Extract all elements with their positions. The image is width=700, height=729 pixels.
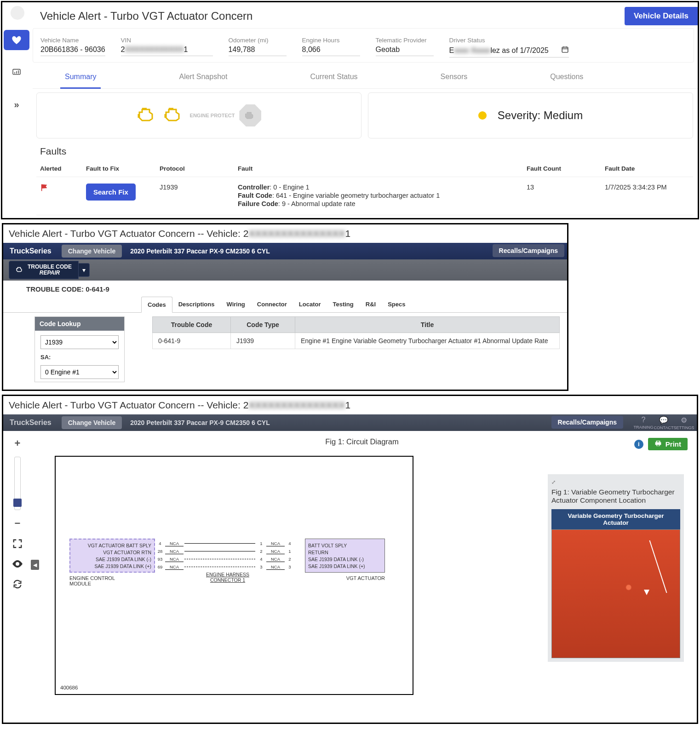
tab-bar: Summary Alert Snapshot Current Status Se… xyxy=(33,65,698,89)
col-code-type: Code Type xyxy=(231,317,295,333)
ts-icon-bar: ?TRAINING 💬CONTACT ⚙SETTINGS xyxy=(633,414,694,431)
col-title: Title xyxy=(295,317,560,333)
panel3-title: Vehicle Alert - Turbo VGT Actuator Conce… xyxy=(3,396,697,414)
label: Telematic Provider xyxy=(376,37,434,44)
cell-fault-detail: Controller: 0 - Engine 1 Fault Code: 641… xyxy=(234,177,523,215)
training-icon[interactable]: ?TRAINING xyxy=(633,414,654,431)
diag-tab-locator[interactable]: Locator xyxy=(293,297,327,312)
diag-tab-descriptions[interactable]: Descriptions xyxy=(172,297,221,312)
value: Exxxx Xxxxxlez as of 1/7/2025 xyxy=(449,46,569,57)
truckseries-brand: TruckSeries xyxy=(3,419,58,427)
svg-rect-2 xyxy=(16,71,17,74)
cell-type: J1939 xyxy=(231,333,295,349)
truckseries-brand: TruckSeries xyxy=(3,247,58,255)
vehicle-info-row: Vehicle Name 20B661836 - 96036 VIN 2XXXX… xyxy=(33,28,694,63)
reference-image xyxy=(551,529,680,658)
cell-code: 0-641-9 xyxy=(153,333,231,349)
collapse-panel-icon[interactable]: ◀ xyxy=(31,560,39,570)
fullscreen-icon[interactable] xyxy=(11,537,24,551)
severity-text: Severity: Medium xyxy=(498,109,583,122)
calendar-icon[interactable] xyxy=(561,46,569,55)
nav-health-icon[interactable] xyxy=(4,30,29,50)
trouble-code-repair-button[interactable]: TROUBLE CODEREPAIR xyxy=(9,261,79,279)
refresh-icon[interactable] xyxy=(11,577,24,591)
zoom-slider[interactable] xyxy=(14,457,21,510)
cell-date: 1/7/2025 3:34:23 PM xyxy=(601,177,693,215)
vehicle-description: 2020 Peterbilt 337 Paccar PX-9 CM2350 6 … xyxy=(126,247,270,255)
protocol-select[interactable]: J1939 xyxy=(40,335,119,349)
avatar-icon[interactable] xyxy=(11,6,24,20)
col-count: Fault Count xyxy=(523,161,601,177)
truckseries-diagram-panel: Vehicle Alert - Turbo VGT Actuator Conce… xyxy=(2,395,698,724)
diag-tab-connector[interactable]: Connector xyxy=(251,297,293,312)
field-vin: VIN 2XXXXXXXXXXXX1 xyxy=(121,37,213,57)
diag-tab-codes[interactable]: Codes xyxy=(141,297,172,313)
diag-tab-ri[interactable]: R&I xyxy=(360,297,382,312)
col-fix: Fault to Fix xyxy=(82,161,156,177)
truckseries-bar: TruckSeries Change Vehicle 2020 Peterbil… xyxy=(3,414,697,431)
ecm-box: VGT ACTUATOR BATT SPLY VGT ACTUATOR RTN … xyxy=(69,539,155,573)
zoom-in-icon[interactable]: + xyxy=(11,436,24,450)
contact-icon[interactable]: 💬CONTACT xyxy=(654,414,674,431)
field-vehicle-name: Vehicle Name 20B661836 - 96036 xyxy=(40,37,105,57)
label: VIN xyxy=(121,37,213,44)
circuit-diagram[interactable]: VGT ACTUATOR BATT SPLY VGT ACTUATOR RTN … xyxy=(55,456,413,695)
diag-tab-testing[interactable]: Testing xyxy=(327,297,359,312)
recalls-button[interactable]: Recalls/Campaigns xyxy=(493,244,564,257)
left-nav-rail: » xyxy=(3,3,30,115)
tab-current-status[interactable]: Current Status xyxy=(292,65,376,88)
expand-icon[interactable]: ⤢ xyxy=(551,479,556,485)
value: 20B661836 - 96036 xyxy=(40,46,105,56)
tab-sensors[interactable]: Sensors xyxy=(422,65,486,88)
nav-dashboard-icon[interactable] xyxy=(4,62,29,82)
diagram-area: ◀ Fig 1: Circuit Diagram i Print VGT ACT… xyxy=(32,431,697,723)
fault-row: Search Fix J1939 Controller: 0 - Engine … xyxy=(36,177,693,215)
engine-icons: ENGINE PROTECT xyxy=(137,104,262,126)
settings-icon[interactable]: ⚙SETTINGS xyxy=(674,414,694,431)
change-vehicle-button[interactable]: Change Vehicle xyxy=(62,245,122,258)
sa-select[interactable]: 0 Engine #1 xyxy=(40,365,119,379)
repair-dropdown-icon[interactable]: ▾ xyxy=(79,263,90,277)
zoom-thumb[interactable] xyxy=(13,499,22,507)
diag-tab-bar: Codes Descriptions Wiring Connector Loca… xyxy=(3,297,567,313)
diag-tab-specs[interactable]: Specs xyxy=(382,297,411,312)
info-icon[interactable]: i xyxy=(634,440,643,449)
tc-row[interactable]: 0-641-9 J1939 Engine #1 Engine Variable … xyxy=(153,333,560,349)
repair-bar: TROUBLE CODEREPAIR ▾ xyxy=(3,259,567,281)
label: Vehicle Name xyxy=(40,37,105,44)
trouble-code-table: Trouble Code Code Type Title 0-641-9 J19… xyxy=(152,316,560,349)
code-lookup-heading: Code Lookup xyxy=(35,317,124,331)
nav-expand-icon[interactable]: » xyxy=(4,94,29,115)
engine-protect-label: ENGINE PROTECT xyxy=(190,113,235,118)
col-fault: Fault xyxy=(234,161,523,177)
search-fix-button[interactable]: Search Fix xyxy=(86,184,136,201)
label: Driver Status xyxy=(449,37,569,44)
sa-label: SA: xyxy=(40,354,119,361)
check-engine-icon xyxy=(137,107,159,125)
diag-tab-wiring[interactable]: Wiring xyxy=(220,297,251,312)
recalls-button[interactable]: Recalls/Campaigns xyxy=(551,416,623,429)
alert-title: Vehicle Alert - Turbo VGT Actuator Conce… xyxy=(40,10,252,23)
alert-header: Vehicle Alert - Turbo VGT Actuator Conce… xyxy=(33,4,698,28)
reference-card[interactable]: ⤢ Fig 1: Variable Geometry Turbocharger … xyxy=(548,474,684,662)
tab-questions[interactable]: Questions xyxy=(532,65,602,88)
print-label: Print xyxy=(666,440,681,448)
label: Odometer (mi) xyxy=(229,37,287,44)
cell-title: Engine #1 Engine Variable Geometry Turbo… xyxy=(295,333,560,349)
tab-summary[interactable]: Summary xyxy=(46,65,115,88)
vgt-box: BATT VOLT SPLY RETURN SAE J1939 DATA LIN… xyxy=(305,539,385,573)
print-button[interactable]: Print xyxy=(648,438,688,450)
field-engine-hours: Engine Hours 8,066 xyxy=(302,37,360,57)
reference-image-header: Variable Geometry Turbocharger Actuator xyxy=(551,509,680,529)
truckseries-bar: TruckSeries Change Vehicle 2020 Peterbil… xyxy=(3,243,567,259)
visibility-icon[interactable] xyxy=(11,557,24,571)
zoom-out-icon[interactable]: − xyxy=(11,517,24,530)
svg-rect-1 xyxy=(14,72,15,74)
ecm-label: ENGINE CONTROL MODULE xyxy=(69,575,125,586)
vehicle-details-button[interactable]: Vehicle Details xyxy=(625,7,698,25)
tab-alert-snapshot[interactable]: Alert Snapshot xyxy=(161,65,246,88)
col-protocol: Protocol xyxy=(156,161,234,177)
field-odometer: Odometer (mi) 149,788 xyxy=(229,37,287,57)
change-vehicle-button[interactable]: Change Vehicle xyxy=(62,416,122,429)
value: 149,788 xyxy=(229,46,287,56)
